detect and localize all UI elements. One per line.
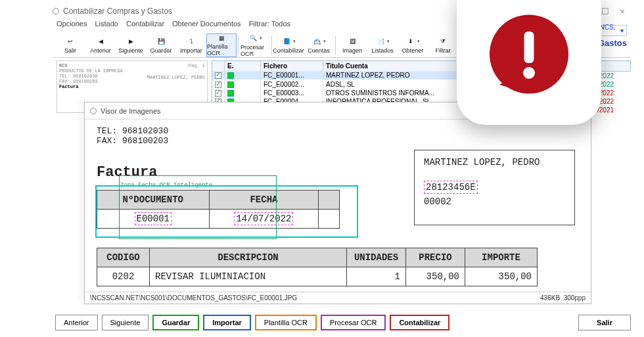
th-importe: IMPORTE: [465, 248, 538, 267]
td-uds: 1: [347, 267, 406, 286]
checkbox-icon[interactable]: [215, 72, 221, 79]
tb-listados[interactable]: 📑▾Listados: [367, 34, 398, 57]
import-icon: ⤵: [186, 36, 196, 47]
checkbox-icon[interactable]: [215, 90, 221, 97]
template-icon: ▦: [216, 34, 227, 43]
next-icon: ▶: [126, 36, 136, 47]
btn-contabilizar[interactable]: Contabilizar: [390, 315, 449, 330]
menu-contabilizar[interactable]: Contabilizar: [126, 20, 164, 32]
exit-icon: ↩: [65, 36, 76, 47]
file-path: \NCSSCAN.NET\NCS001\DOCUMENTOS_GASTOS\FC…: [90, 294, 297, 302]
td-importe: 350,00: [465, 267, 538, 286]
alert-icon: [480, 10, 578, 108]
col-e: E.: [225, 61, 261, 72]
alert-bubble: [457, 0, 601, 125]
btn-guardar[interactable]: Guardar: [152, 315, 199, 330]
btn-anterior[interactable]: Anterior: [55, 315, 98, 330]
tb-obtener[interactable]: ⬇▾Obtener: [398, 34, 428, 57]
svg-point-2: [523, 67, 535, 79]
visor-window: Visor de Imagenes — ☐ × TEL: 968102030 F…: [84, 102, 591, 304]
visor-title: Visor de Imagenes: [101, 107, 161, 115]
status-green-icon: [227, 81, 234, 88]
tb-plantilla-ocr[interactable]: ▦Plantilla OCR: [206, 34, 237, 57]
th-precio: PRECIO: [406, 248, 465, 267]
tb-anterior[interactable]: ◀Anterior: [85, 34, 116, 57]
tel-line: TEL: 968102030: [97, 126, 579, 136]
ocr-zone-cyan: [95, 185, 358, 238]
btn-siguiente[interactable]: Siguiente: [102, 315, 149, 330]
tb-guardar[interactable]: 💾Guardar: [146, 34, 176, 57]
app-icon: [53, 8, 59, 14]
th-desc: DESCRIPCION: [150, 248, 347, 267]
fetch-icon: ⬇: [405, 36, 416, 47]
th-uds: UNIDADES: [347, 248, 406, 267]
menu-obtener[interactable]: Obtener Documentos: [172, 20, 241, 32]
list-icon: 📑: [375, 36, 386, 47]
status-green-icon: [227, 90, 234, 97]
td-precio: 350,00: [406, 267, 465, 286]
file-size: 436KB: [540, 294, 560, 302]
tb-procesar-ocr[interactable]: 🔍▾Procesar OCR: [240, 34, 270, 57]
tb-siguiente[interactable]: ▶Siguiente: [116, 34, 146, 57]
btn-salir[interactable]: Salir: [578, 315, 631, 330]
btn-importar[interactable]: Importar: [203, 315, 251, 330]
tb-filtrar[interactable]: ⧩Filtrar: [428, 34, 458, 57]
bottom-button-bar: Anterior Siguiente Guardar Importar Plan…: [53, 313, 631, 332]
th-codigo: CODIGO: [97, 248, 150, 267]
ocr-icon: 🔍: [248, 33, 258, 43]
filter-icon: ⧩: [438, 36, 448, 47]
tb-salir[interactable]: ↩Salir: [55, 34, 85, 57]
visor-statusbar: \NCSSCAN.NET\NCS001\DOCUMENTOS_GASTOS\FC…: [85, 292, 591, 303]
invoice-lines-table: CODIGO DESCRIPCION UNIDADES PRECIO IMPOR…: [97, 248, 538, 286]
book-icon: 📘: [281, 36, 292, 47]
td-desc: REVISAR ILUMINIACION: [150, 267, 347, 286]
tb-importar[interactable]: ⤵Importar: [176, 34, 206, 57]
prev-icon: ◀: [95, 36, 106, 47]
svg-rect-1: [524, 32, 534, 63]
file-dpi: 300ppp: [564, 294, 586, 302]
save-icon: 💾: [156, 36, 166, 47]
client-code: 00002: [424, 196, 565, 207]
menu-filtrar[interactable]: Filtrar: Todos: [249, 20, 290, 32]
tb-cuentas[interactable]: 📇▾Cuentas: [304, 34, 334, 57]
window-title: Contabilizar Compras y Gastos: [63, 7, 172, 16]
btn-plantilla[interactable]: Plantilla OCR: [255, 315, 317, 330]
image-icon: 🖼: [347, 36, 357, 47]
visor-body: TEL: 968102030 FAX: 968100203 Factura Zo…: [85, 120, 591, 292]
invoice-line-row: 0202 REVISAR ILUMINIACION 1 350,00 350,0…: [97, 267, 538, 286]
td-codigo: 0202: [97, 267, 150, 286]
checkbox-icon[interactable]: [215, 81, 221, 88]
tb-imagen[interactable]: 🖼Imagen: [337, 34, 367, 57]
col-fichero: Fichero: [261, 61, 323, 72]
menu-listado[interactable]: Listado: [95, 20, 118, 32]
status-green-icon: [227, 72, 234, 79]
menu-opciones[interactable]: Opciones: [57, 20, 87, 32]
client-name: MARTINEZ LOPEZ, PEDRO: [424, 157, 565, 168]
tb-contabilizar[interactable]: 📘▾Contabilizar: [273, 34, 304, 57]
fax-line: FAX: 968100203: [97, 136, 579, 146]
col-checkbox: [212, 61, 225, 72]
visor-app-icon: [90, 108, 97, 114]
client-box: MARTINEZ LOPEZ, PEDRO 28123456E 00002: [414, 150, 575, 225]
accounts-icon: 📇: [311, 36, 322, 47]
chevron-down-icon: ▾: [620, 27, 624, 34]
close-button[interactable]: ×: [614, 7, 631, 16]
btn-procesar[interactable]: Procesar OCR: [321, 315, 386, 330]
client-nif: 28123456E: [424, 181, 478, 194]
